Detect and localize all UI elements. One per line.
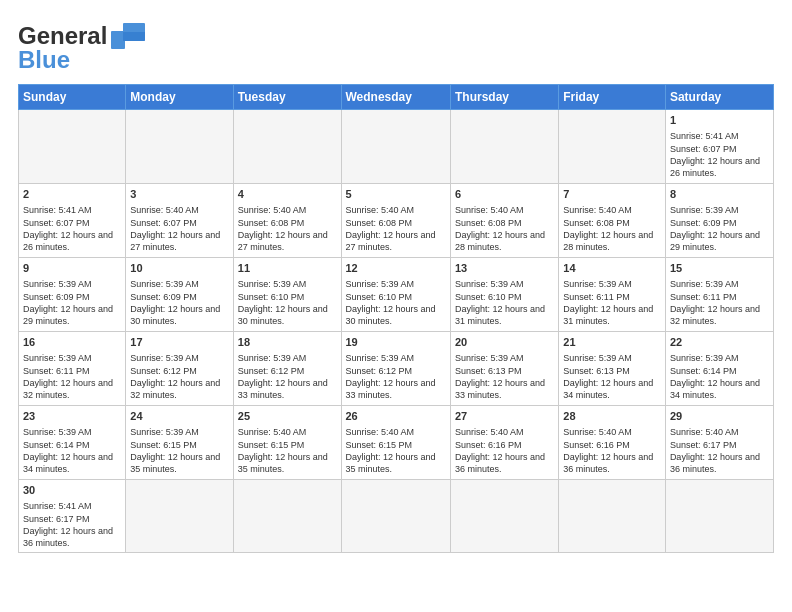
calendar-day — [341, 110, 450, 184]
day-info: Sunrise: 5:39 AM Sunset: 6:13 PM Dayligh… — [563, 352, 661, 401]
day-number: 28 — [563, 409, 661, 424]
header-saturday: Saturday — [665, 85, 773, 110]
day-info: Sunrise: 5:39 AM Sunset: 6:13 PM Dayligh… — [455, 352, 554, 401]
day-number: 16 — [23, 335, 121, 350]
day-number: 7 — [563, 187, 661, 202]
header-sunday: Sunday — [19, 85, 126, 110]
logo: General Blue — [18, 18, 145, 74]
calendar-day — [665, 480, 773, 553]
calendar-day — [233, 110, 341, 184]
day-number: 23 — [23, 409, 121, 424]
calendar-day: 14Sunrise: 5:39 AM Sunset: 6:11 PM Dayli… — [559, 258, 666, 332]
calendar-day: 22Sunrise: 5:39 AM Sunset: 6:14 PM Dayli… — [665, 332, 773, 406]
day-info: Sunrise: 5:40 AM Sunset: 6:16 PM Dayligh… — [563, 426, 661, 475]
day-number: 15 — [670, 261, 769, 276]
header-thursday: Thursday — [450, 85, 558, 110]
day-info: Sunrise: 5:40 AM Sunset: 6:08 PM Dayligh… — [455, 204, 554, 253]
calendar-day — [559, 110, 666, 184]
day-info: Sunrise: 5:39 AM Sunset: 6:10 PM Dayligh… — [346, 278, 446, 327]
day-info: Sunrise: 5:41 AM Sunset: 6:07 PM Dayligh… — [23, 204, 121, 253]
calendar-day: 1Sunrise: 5:41 AM Sunset: 6:07 PM Daylig… — [665, 110, 773, 184]
calendar-day: 11Sunrise: 5:39 AM Sunset: 6:10 PM Dayli… — [233, 258, 341, 332]
calendar-day: 15Sunrise: 5:39 AM Sunset: 6:11 PM Dayli… — [665, 258, 773, 332]
calendar-day: 28Sunrise: 5:40 AM Sunset: 6:16 PM Dayli… — [559, 406, 666, 480]
calendar-day: 29Sunrise: 5:40 AM Sunset: 6:17 PM Dayli… — [665, 406, 773, 480]
day-number: 24 — [130, 409, 228, 424]
calendar-day: 20Sunrise: 5:39 AM Sunset: 6:13 PM Dayli… — [450, 332, 558, 406]
day-info: Sunrise: 5:39 AM Sunset: 6:10 PM Dayligh… — [238, 278, 337, 327]
calendar: Sunday Monday Tuesday Wednesday Thursday… — [18, 84, 774, 553]
day-number: 3 — [130, 187, 228, 202]
day-number: 8 — [670, 187, 769, 202]
calendar-day: 27Sunrise: 5:40 AM Sunset: 6:16 PM Dayli… — [450, 406, 558, 480]
calendar-week-1: 1Sunrise: 5:41 AM Sunset: 6:07 PM Daylig… — [19, 110, 774, 184]
calendar-day: 8Sunrise: 5:39 AM Sunset: 6:09 PM Daylig… — [665, 184, 773, 258]
day-info: Sunrise: 5:39 AM Sunset: 6:11 PM Dayligh… — [670, 278, 769, 327]
day-number: 14 — [563, 261, 661, 276]
day-info: Sunrise: 5:39 AM Sunset: 6:12 PM Dayligh… — [346, 352, 446, 401]
day-info: Sunrise: 5:41 AM Sunset: 6:17 PM Dayligh… — [23, 500, 121, 549]
header-wednesday: Wednesday — [341, 85, 450, 110]
calendar-day: 13Sunrise: 5:39 AM Sunset: 6:10 PM Dayli… — [450, 258, 558, 332]
day-info: Sunrise: 5:39 AM Sunset: 6:12 PM Dayligh… — [130, 352, 228, 401]
calendar-day — [450, 480, 558, 553]
day-number: 5 — [346, 187, 446, 202]
calendar-day: 4Sunrise: 5:40 AM Sunset: 6:08 PM Daylig… — [233, 184, 341, 258]
calendar-day: 3Sunrise: 5:40 AM Sunset: 6:07 PM Daylig… — [126, 184, 233, 258]
day-number: 18 — [238, 335, 337, 350]
day-number: 30 — [23, 483, 121, 498]
day-info: Sunrise: 5:39 AM Sunset: 6:09 PM Dayligh… — [130, 278, 228, 327]
day-number: 19 — [346, 335, 446, 350]
calendar-day: 10Sunrise: 5:39 AM Sunset: 6:09 PM Dayli… — [126, 258, 233, 332]
calendar-day: 21Sunrise: 5:39 AM Sunset: 6:13 PM Dayli… — [559, 332, 666, 406]
day-info: Sunrise: 5:40 AM Sunset: 6:16 PM Dayligh… — [455, 426, 554, 475]
calendar-day: 25Sunrise: 5:40 AM Sunset: 6:15 PM Dayli… — [233, 406, 341, 480]
calendar-week-6: 30Sunrise: 5:41 AM Sunset: 6:17 PM Dayli… — [19, 480, 774, 553]
calendar-day — [19, 110, 126, 184]
calendar-day — [450, 110, 558, 184]
day-info: Sunrise: 5:41 AM Sunset: 6:07 PM Dayligh… — [670, 130, 769, 179]
day-info: Sunrise: 5:40 AM Sunset: 6:08 PM Dayligh… — [563, 204, 661, 253]
calendar-day: 17Sunrise: 5:39 AM Sunset: 6:12 PM Dayli… — [126, 332, 233, 406]
day-info: Sunrise: 5:39 AM Sunset: 6:11 PM Dayligh… — [563, 278, 661, 327]
day-number: 11 — [238, 261, 337, 276]
day-info: Sunrise: 5:39 AM Sunset: 6:14 PM Dayligh… — [23, 426, 121, 475]
day-info: Sunrise: 5:39 AM Sunset: 6:09 PM Dayligh… — [670, 204, 769, 253]
calendar-day: 9Sunrise: 5:39 AM Sunset: 6:09 PM Daylig… — [19, 258, 126, 332]
logo-flag-icon — [111, 23, 145, 49]
calendar-day: 30Sunrise: 5:41 AM Sunset: 6:17 PM Dayli… — [19, 480, 126, 553]
calendar-day: 26Sunrise: 5:40 AM Sunset: 6:15 PM Dayli… — [341, 406, 450, 480]
calendar-day: 16Sunrise: 5:39 AM Sunset: 6:11 PM Dayli… — [19, 332, 126, 406]
day-info: Sunrise: 5:39 AM Sunset: 6:12 PM Dayligh… — [238, 352, 337, 401]
header-tuesday: Tuesday — [233, 85, 341, 110]
day-number: 6 — [455, 187, 554, 202]
calendar-day: 2Sunrise: 5:41 AM Sunset: 6:07 PM Daylig… — [19, 184, 126, 258]
header-monday: Monday — [126, 85, 233, 110]
calendar-day: 7Sunrise: 5:40 AM Sunset: 6:08 PM Daylig… — [559, 184, 666, 258]
calendar-day: 6Sunrise: 5:40 AM Sunset: 6:08 PM Daylig… — [450, 184, 558, 258]
day-number: 13 — [455, 261, 554, 276]
calendar-day — [233, 480, 341, 553]
svg-rect-2 — [123, 32, 145, 41]
calendar-day: 24Sunrise: 5:39 AM Sunset: 6:15 PM Dayli… — [126, 406, 233, 480]
day-number: 25 — [238, 409, 337, 424]
day-info: Sunrise: 5:39 AM Sunset: 6:11 PM Dayligh… — [23, 352, 121, 401]
day-number: 20 — [455, 335, 554, 350]
calendar-day: 5Sunrise: 5:40 AM Sunset: 6:08 PM Daylig… — [341, 184, 450, 258]
day-info: Sunrise: 5:39 AM Sunset: 6:09 PM Dayligh… — [23, 278, 121, 327]
calendar-header-row: Sunday Monday Tuesday Wednesday Thursday… — [19, 85, 774, 110]
day-number: 29 — [670, 409, 769, 424]
header-friday: Friday — [559, 85, 666, 110]
calendar-day: 19Sunrise: 5:39 AM Sunset: 6:12 PM Dayli… — [341, 332, 450, 406]
calendar-week-4: 16Sunrise: 5:39 AM Sunset: 6:11 PM Dayli… — [19, 332, 774, 406]
day-info: Sunrise: 5:40 AM Sunset: 6:08 PM Dayligh… — [346, 204, 446, 253]
logo-blue-text: Blue — [18, 46, 70, 74]
header: General Blue — [18, 18, 774, 74]
calendar-day — [341, 480, 450, 553]
day-info: Sunrise: 5:39 AM Sunset: 6:15 PM Dayligh… — [130, 426, 228, 475]
day-info: Sunrise: 5:39 AM Sunset: 6:10 PM Dayligh… — [455, 278, 554, 327]
day-number: 4 — [238, 187, 337, 202]
day-number: 17 — [130, 335, 228, 350]
day-info: Sunrise: 5:39 AM Sunset: 6:14 PM Dayligh… — [670, 352, 769, 401]
day-info: Sunrise: 5:40 AM Sunset: 6:07 PM Dayligh… — [130, 204, 228, 253]
